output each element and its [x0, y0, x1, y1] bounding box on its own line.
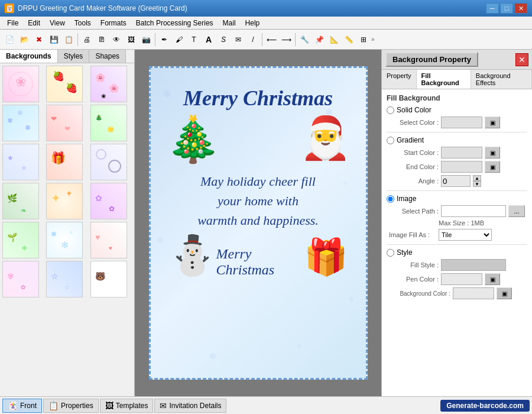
tb-print[interactable]: 🖨	[80, 33, 94, 47]
menu-mail[interactable]: Mail	[218, 18, 241, 28]
property-close-button[interactable]: ✕	[515, 53, 528, 66]
fill-style-input[interactable]	[441, 259, 506, 271]
close-button[interactable]: ✕	[514, 3, 527, 14]
background-property-button[interactable]: Background Property	[385, 52, 478, 67]
tb-save2[interactable]: 📋	[61, 33, 76, 47]
pen-color-picker[interactable]: ▣	[485, 273, 500, 285]
bg-color-input[interactable]	[453, 287, 494, 299]
svg-text:❄: ❄	[7, 117, 13, 125]
tb-icon3[interactable]: 📐	[327, 33, 341, 47]
tb-font[interactable]: A	[202, 33, 216, 47]
bg-thumb-12[interactable]: ✿✿	[90, 183, 127, 219]
bg-thumb-15[interactable]: ♥♥	[90, 222, 127, 258]
bg-thumb-2[interactable]: 🍓🍓	[46, 66, 83, 102]
prop-tab-property[interactable]: Property	[382, 70, 417, 89]
bg-thumb-16[interactable]: ✾✿	[2, 261, 39, 297]
end-color-picker[interactable]: ▣	[485, 161, 500, 173]
path-input[interactable]: C:\Program Files (x8E	[441, 205, 506, 217]
tab-shapes[interactable]: Shapes	[89, 50, 126, 63]
tb-text[interactable]: T	[187, 33, 201, 47]
bg-thumb-17[interactable]: ☆☆	[46, 261, 83, 297]
tb-img2[interactable]: 📷	[139, 33, 153, 47]
menu-help[interactable]: Help	[241, 18, 265, 28]
invitation-icon: ✉	[160, 401, 167, 410]
bg-thumb-3[interactable]: 🌸🌸❀	[90, 66, 127, 102]
select-color-picker[interactable]: ▣	[485, 117, 500, 128]
menu-tools[interactable]: Tools	[70, 18, 96, 28]
minimize-button[interactable]: ─	[486, 3, 499, 14]
tb-print2[interactable]: 🖹	[95, 33, 109, 47]
property-body: Fill Background Solid Color Select Color…	[382, 89, 532, 396]
end-color-input[interactable]	[441, 161, 482, 173]
bg-thumb-9[interactable]	[90, 144, 127, 180]
canvas-area[interactable]: ❄ ❄ ❄ ❄ ❄ ❄ ❄ ❄ ❄ Merry Christmas 🎄	[135, 50, 381, 396]
left-tab-strip: Backgrounds Styles Shapes	[0, 50, 134, 63]
tb-brush[interactable]: 🖌	[172, 33, 186, 47]
bg-thumb-5[interactable]: ❤❤	[46, 105, 83, 141]
image-radio[interactable]	[387, 195, 394, 203]
gradient-radio[interactable]	[387, 137, 394, 144]
menu-view[interactable]: View	[45, 18, 70, 28]
tb-script[interactable]: S	[216, 33, 231, 47]
thumbnail-scroll[interactable]: ❀ 🍓🍓 🌸🌸❀ ❄❄❄ ❤❤ 🎄🌟 ★★	[0, 63, 134, 396]
angle-input[interactable]: 0	[441, 175, 471, 187]
select-color-input[interactable]	[441, 117, 482, 128]
tb-img1[interactable]: 🖼	[124, 33, 138, 47]
tb-delete[interactable]: ✖	[32, 33, 46, 47]
angle-down[interactable]: ▼	[473, 181, 481, 187]
angle-up[interactable]: ▲	[473, 175, 481, 181]
bg-thumb-6[interactable]: 🎄🌟	[90, 105, 127, 141]
tb-nav2[interactable]: ⟶	[279, 33, 293, 47]
prop-tab-effects[interactable]: Background Effects	[471, 70, 532, 89]
menu-batch[interactable]: Batch Processing Series	[131, 18, 218, 28]
menu-edit[interactable]: Edit	[23, 18, 45, 28]
tb-mail[interactable]: ✉	[231, 33, 245, 47]
tb-nav1[interactable]: ⟵	[264, 33, 278, 47]
gradient-label: Gradient	[397, 136, 424, 144]
tab-styles[interactable]: Styles	[58, 50, 90, 63]
start-color-input[interactable]	[441, 147, 482, 159]
status-properties[interactable]: 📋 Properties	[43, 399, 99, 413]
bg-thumb-11[interactable]: ✦✦	[46, 183, 83, 219]
tb-icon4[interactable]: 📏	[342, 33, 356, 47]
bg-color-picker[interactable]: ▣	[497, 287, 512, 299]
tb-new[interactable]: 📄	[2, 33, 17, 47]
image-label: Image	[397, 195, 416, 203]
tb-icon2[interactable]: 📌	[312, 33, 326, 47]
tb-preview[interactable]: 👁	[109, 33, 124, 47]
bg-thumb-1[interactable]: ❀	[2, 66, 39, 102]
tb-save[interactable]: 💾	[47, 33, 61, 47]
bg-thumb-14[interactable]: ❄❄❄	[46, 222, 83, 258]
tb-pen[interactable]: ✒	[157, 33, 171, 47]
menu-file[interactable]: File	[2, 18, 23, 28]
svg-text:✿: ✿	[95, 193, 102, 203]
status-invitation[interactable]: ✉ Invitation Details	[154, 399, 226, 413]
bg-thumb-4[interactable]: ❄❄❄	[2, 105, 39, 141]
bg-thumb-8[interactable]: 🎁	[46, 144, 83, 180]
menu-formats[interactable]: Formats	[96, 18, 131, 28]
tb-open[interactable]: 📂	[17, 33, 31, 47]
tb-icon1[interactable]: 🔧	[297, 33, 312, 47]
tb-icon5[interactable]: ⊞	[356, 33, 371, 47]
status-templates[interactable]: 🖼 Templates	[100, 399, 154, 413]
start-color-picker[interactable]: ▣	[485, 147, 500, 159]
svg-text:🌱: 🌱	[7, 232, 18, 242]
solid-color-row: Solid Color	[387, 106, 527, 114]
maximize-button[interactable]: □	[500, 3, 513, 14]
tab-backgrounds[interactable]: Backgrounds	[0, 50, 58, 63]
svg-text:❄: ❄	[17, 109, 23, 117]
image-fill-select[interactable]: Tile Stretch Center Fit	[439, 229, 492, 241]
browse-button[interactable]: ...	[508, 205, 525, 217]
prop-tab-fill[interactable]: Fill Background	[417, 70, 471, 89]
pen-color-input[interactable]	[441, 273, 482, 285]
bg-thumb-7[interactable]: ★★	[2, 144, 39, 180]
card-canvas[interactable]: ❄ ❄ ❄ ❄ ❄ ❄ ❄ ❄ ❄ Merry Christmas 🎄	[149, 66, 368, 380]
bg-thumb-18[interactable]: 🐻	[90, 261, 127, 297]
style-radio[interactable]	[387, 249, 394, 257]
bg-thumb-13[interactable]: 🌱✤	[2, 222, 39, 258]
tb-line[interactable]: /	[246, 33, 260, 47]
status-front[interactable]: 🃏 Front	[2, 399, 42, 413]
status-bar: 🃏 Front 📋 Properties 🖼 Templates ✉ Invit…	[0, 396, 532, 414]
solid-color-radio[interactable]	[387, 106, 394, 114]
bg-thumb-10[interactable]: 🌿❧	[2, 183, 39, 219]
